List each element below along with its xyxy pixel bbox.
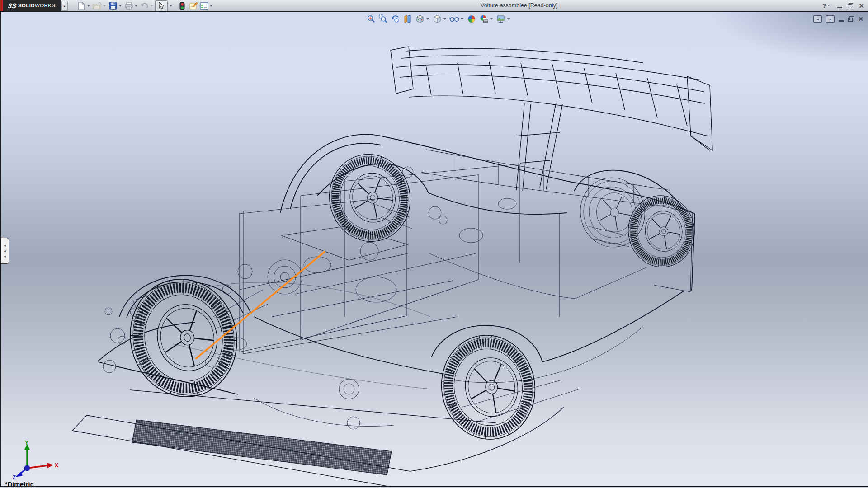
section-view-button[interactable] (401, 14, 414, 24)
undo-dropdown-caret[interactable] (151, 5, 153, 7)
front-left-wheel (118, 268, 249, 408)
edit-appearance-button[interactable] (465, 14, 477, 24)
view-orientation-caret[interactable] (426, 18, 429, 20)
document-minimize-button[interactable] (839, 20, 844, 22)
view-settings-button[interactable] (495, 14, 507, 24)
save-dropdown-caret[interactable] (119, 5, 122, 7)
title-bar: 3S SOLIDWORKS ▸ (0, 0, 868, 12)
document-close-button[interactable]: ✕ (858, 16, 863, 22)
triad-z-label: Z (13, 474, 16, 479)
document-window-controls: ◄ ► ✕ (813, 15, 863, 23)
hide-show-items-caret[interactable] (461, 18, 463, 20)
chassis-frame (240, 150, 693, 354)
graphics-area[interactable]: ◄ ► ✕ ◄ ◄ ◄ Y X Z *Dimetric (0, 12, 868, 487)
open-document-button[interactable] (92, 1, 103, 11)
triad-y-label: Y (25, 440, 28, 446)
orientation-triad: Y X Z (10, 440, 60, 479)
help-dropdown-caret[interactable] (827, 5, 830, 6)
view-settings-caret[interactable] (507, 18, 510, 20)
menu-expand-button[interactable]: ▸ (61, 1, 68, 11)
print-button[interactable] (123, 1, 134, 11)
triad-x-label: X (55, 462, 58, 469)
collapse-arrow-icon: ◄ (3, 243, 6, 248)
pane-toggle-right-button[interactable]: ► (826, 15, 835, 23)
main-toolbar (76, 0, 214, 11)
collapse-arrow-icon: ◄ (3, 249, 6, 253)
zoom-to-area-button[interactable] (377, 14, 389, 24)
rebuild-button[interactable] (177, 1, 188, 11)
hide-show-items-button[interactable] (448, 14, 460, 24)
new-document-button[interactable] (76, 1, 87, 11)
logo-brand-text: SOLIDWORKS (18, 3, 56, 8)
select-tool-button[interactable] (155, 0, 168, 11)
drivetrain-detail (103, 167, 647, 429)
solidworks-logo: 3S SOLIDWORKS (3, 0, 61, 11)
apply-scene-caret[interactable] (490, 18, 493, 20)
save-button[interactable] (108, 1, 118, 11)
document-title: Voiture assomblee [Read-only] (481, 2, 557, 9)
selected-edge-highlight[interactable] (196, 252, 325, 358)
print-dropdown-caret[interactable] (135, 5, 137, 7)
zoom-to-fit-button[interactable] (365, 14, 377, 24)
rear-left-wheel (434, 328, 543, 446)
undo-button[interactable] (139, 1, 150, 11)
close-button[interactable]: ✕ (859, 2, 864, 9)
help-button[interactable]: ? (822, 3, 826, 9)
options-dropdown-caret[interactable] (210, 5, 212, 7)
solidworks-window: 3S SOLIDWORKS ▸ (0, 0, 868, 488)
view-orientation-label: *Dimetric (5, 481, 34, 487)
minimize-button[interactable] (837, 7, 842, 8)
select-dropdown-caret[interactable] (170, 5, 172, 7)
apply-scene-button[interactable] (477, 14, 490, 24)
open-dropdown-caret[interactable] (103, 5, 106, 7)
feature-manager-collapsed-tab[interactable]: ◄ ◄ ◄ (1, 238, 9, 264)
front-splitter (72, 390, 564, 487)
headsup-view-toolbar (365, 14, 512, 24)
wireframe-car-model[interactable] (1, 12, 868, 487)
restore-button[interactable] (848, 3, 853, 8)
new-dropdown-caret[interactable] (87, 5, 90, 7)
pane-toggle-left-button[interactable]: ◄ (813, 15, 822, 23)
logo-3s-mark: 3S (7, 2, 17, 9)
view-orientation-button[interactable] (414, 14, 426, 24)
titlebar-controls: ? ✕ (822, 0, 864, 11)
display-style-caret[interactable] (443, 18, 446, 20)
options-button[interactable] (198, 1, 209, 11)
document-restore-button[interactable] (848, 16, 854, 22)
display-style-button[interactable] (431, 14, 443, 24)
sketch-button[interactable] (188, 1, 198, 11)
collapse-arrow-icon: ◄ (3, 254, 6, 259)
previous-view-button[interactable] (389, 14, 401, 24)
rear-wing (391, 47, 712, 191)
